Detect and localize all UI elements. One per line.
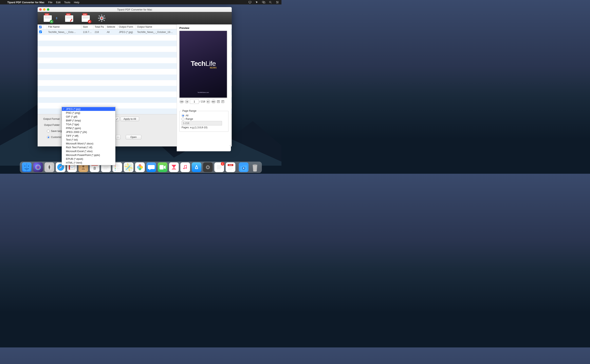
col-file-name[interactable]: File Name: [47, 25, 82, 29]
format-option[interactable]: JPEG 2000 (*.j2k): [62, 130, 115, 134]
svg-point-2: [269, 1, 271, 3]
format-option[interactable]: Microsoft Word (*.docx): [62, 142, 115, 145]
first-page-button[interactable]: |◀◀: [179, 99, 184, 104]
rotate-right-icon[interactable]: [221, 100, 225, 104]
svg-point-46: [182, 164, 188, 170]
format-option[interactable]: BMP (*.bmp): [62, 119, 115, 122]
window-minimize-button[interactable]: [43, 8, 46, 11]
svg-point-22: [36, 166, 40, 169]
dock-news-icon[interactable]: [169, 162, 179, 172]
format-option[interactable]: TGA (*.tga): [62, 122, 115, 126]
svg-point-47: [183, 168, 185, 169]
col-size[interactable]: Size: [82, 25, 93, 29]
format-option[interactable]: TIFF (*.tiff): [62, 134, 115, 138]
menubar-file[interactable]: File: [48, 1, 52, 4]
col-output-format[interactable]: Output Form: [118, 25, 136, 29]
format-option[interactable]: GIF (*.gif): [62, 115, 115, 119]
col-output-name[interactable]: Output Name: [136, 25, 176, 29]
col-total-pages[interactable]: Total Pa: [93, 25, 106, 29]
page-range-range-radio[interactable]: [182, 117, 184, 120]
cell-total-pages: 218: [93, 31, 106, 33]
svg-text:8: 8: [93, 166, 96, 170]
window-zoom-button[interactable]: [47, 8, 49, 11]
svg-point-3: [276, 1, 277, 2]
status-cursor-icon[interactable]: [255, 1, 259, 4]
format-option[interactable]: EPUB (*.epub): [62, 157, 115, 161]
menubar-app-name[interactable]: Tipard PDF Converter for Mac: [7, 1, 45, 4]
format-option[interactable]: JPEG (*.jpg): [62, 107, 115, 111]
format-option[interactable]: Text (*.txt): [62, 138, 115, 142]
customize-radio[interactable]: [47, 136, 50, 139]
window-close-button[interactable]: [39, 8, 42, 11]
output-format-settings-button[interactable]: [115, 117, 119, 121]
prev-page-button[interactable]: |◀: [185, 99, 189, 104]
row-checkbox[interactable]: [38, 31, 43, 34]
format-option[interactable]: HTML (*.html): [62, 161, 115, 165]
last-page-button[interactable]: ▶▶|: [211, 99, 216, 104]
current-page-input[interactable]: [190, 99, 199, 104]
page-range-input[interactable]: [182, 121, 222, 125]
window-titlebar[interactable]: Tipard PDF Converter for Mac: [38, 7, 232, 12]
output-folder-label: Output Folder:: [41, 124, 60, 126]
add-pdf-button[interactable]: PDF+: [43, 14, 53, 23]
resize-handle[interactable]: [228, 143, 231, 146]
save-target-label: Save targ: [51, 130, 62, 132]
dock-finder-icon[interactable]: [22, 162, 32, 172]
format-option[interactable]: Rich Text Format (*.rtf): [62, 145, 115, 149]
add-pdf-dropdown-arrow[interactable]: [56, 17, 57, 20]
window-title: Tipard PDF Converter for Mac: [38, 8, 232, 11]
status-control-icon[interactable]: [248, 1, 252, 4]
browse-folder-button[interactable]: ⋯: [116, 135, 120, 139]
status-displays-icon[interactable]: [262, 1, 265, 4]
svg-point-50: [207, 166, 209, 168]
dock-facetime-icon[interactable]: [158, 162, 167, 172]
menubar-tools[interactable]: Tools: [64, 1, 70, 4]
apply-to-all-button[interactable]: Apply to All: [120, 117, 139, 121]
rotate-left-icon[interactable]: [217, 100, 220, 104]
dock-pdf-converter-icon[interactable]: PDF: [226, 162, 235, 172]
dock-downloads-icon[interactable]: [239, 162, 248, 172]
svg-rect-45: [159, 165, 164, 169]
dock: NOV8 1 PDF: [0, 161, 281, 174]
settings-gear-button[interactable]: [98, 14, 106, 22]
preview-thumbnail: TechLife NEWS TechlifeNews.com: [179, 31, 227, 98]
spotlight-icon[interactable]: [269, 1, 272, 4]
dock-preferences-icon[interactable]: [203, 162, 213, 172]
preview-panel: Preview TechLife NEWS TechlifeNews.com |…: [177, 25, 231, 151]
dock-messages-icon[interactable]: [146, 162, 156, 172]
format-option[interactable]: Microsoft PowerPoint (*.pptx): [62, 153, 115, 157]
dock-siri-icon[interactable]: [33, 162, 43, 172]
dock-maps-icon[interactable]: [124, 162, 133, 172]
format-option[interactable]: PPM (*.ppm): [62, 126, 115, 130]
preview-nav: |◀◀ |◀ / 218 ▶| ▶▶|: [179, 99, 228, 104]
select-all-checkbox[interactable]: [38, 25, 43, 29]
dock-appstore-icon[interactable]: [192, 162, 201, 172]
dock-running-app-icon[interactable]: 1: [214, 162, 224, 172]
next-page-button[interactable]: ▶|: [206, 99, 211, 104]
menubar-edit[interactable]: Edit: [56, 1, 60, 4]
svg-point-37: [115, 166, 116, 167]
format-option[interactable]: Microsoft Excel (*.xlsx): [62, 149, 115, 153]
open-folder-button[interactable]: Open: [126, 135, 141, 139]
remove-pdf-button[interactable]: PDF×: [81, 14, 91, 23]
cell-selected: All: [106, 31, 118, 33]
menubar-help[interactable]: Help: [74, 1, 80, 4]
page-range-all-radio[interactable]: [182, 114, 184, 117]
format-option[interactable]: PNG (*.png): [62, 111, 115, 115]
dock-trash-icon[interactable]: [250, 162, 260, 172]
edit-pdf-button[interactable]: PDF: [65, 14, 74, 23]
svg-rect-15: [99, 20, 100, 21]
svg-rect-14: [103, 15, 105, 17]
dock-music-icon[interactable]: [180, 162, 190, 172]
cell-size: 119.71 …: [82, 31, 93, 33]
col-selected[interactable]: Selecte: [106, 25, 118, 29]
page-range-hint: Pages: e.g.(1,3,6,8-10): [182, 126, 226, 129]
control-center-icon[interactable]: [276, 1, 279, 4]
toolbar: PDF+ PDF PDF×: [38, 12, 232, 25]
svg-rect-11: [104, 18, 105, 19]
svg-point-39: [115, 170, 116, 170]
cell-output-name: Techlife_News_-_October_19…: [136, 31, 176, 33]
save-target-radio[interactable]: [47, 130, 50, 132]
dock-photos-icon[interactable]: [135, 162, 145, 172]
dock-launchpad-icon[interactable]: [45, 162, 54, 172]
